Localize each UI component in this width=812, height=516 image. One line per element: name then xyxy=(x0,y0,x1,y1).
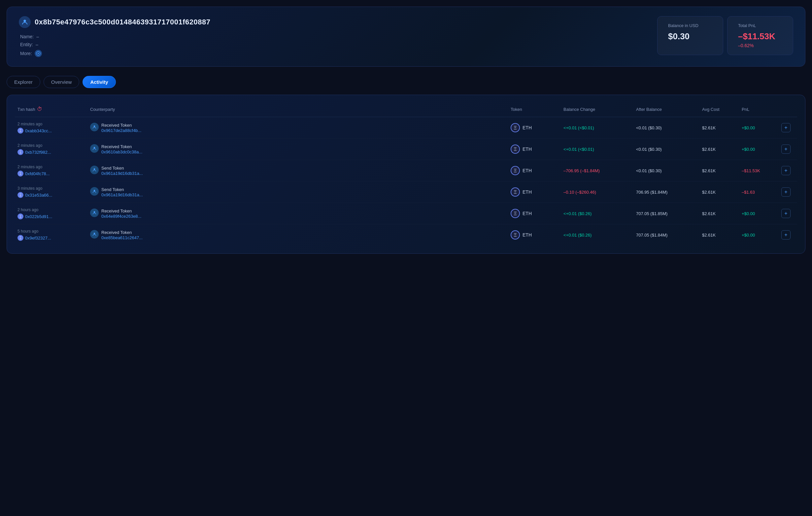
pnl-3: –$1.63 xyxy=(742,190,781,195)
avg-cost-3: $2.61K xyxy=(702,190,742,195)
txn-hash-link[interactable]: Ξ 0xabb343cc... xyxy=(18,128,90,133)
txn-time: 2 minutes ago xyxy=(18,143,90,148)
wallet-info: 0x8b75e47976c3c500d0148463931717001f6208… xyxy=(19,16,657,57)
tabs-row: Explorer Overview Activity xyxy=(7,76,805,88)
eth-icon-small: Ξ xyxy=(18,213,23,219)
expand-btn-5[interactable]: + xyxy=(781,230,790,240)
token-cell-3: Ξ ETH xyxy=(511,187,563,196)
token-cell-0: Ξ ETH xyxy=(511,123,563,132)
more-icon[interactable] xyxy=(35,50,42,57)
token-name: ETH xyxy=(523,125,532,130)
eth-token-icon: Ξ xyxy=(511,187,520,196)
svg-point-7 xyxy=(94,211,95,213)
wallet-entity-row: Entity: – xyxy=(20,42,657,47)
counterparty-link[interactable]: 0x961a19d16db31a... xyxy=(102,171,143,176)
token-name: ETH xyxy=(523,189,532,195)
cp-avatar xyxy=(90,165,99,174)
txn-hash-link[interactable]: Ξ 0x31e53a66... xyxy=(18,192,90,198)
balance-change-4: <+0.01 ($0.26) xyxy=(563,211,636,216)
counterparty-cell-1: Received Token 0x9610ab3dc0c38a... xyxy=(90,144,511,154)
after-balance-2: <0.01 ($0.30) xyxy=(636,168,702,173)
expand-btn-1[interactable]: + xyxy=(781,145,790,154)
txn-time: 2 hours ago xyxy=(18,208,90,212)
txn-hash-link[interactable]: Ξ 0xb732f982... xyxy=(18,149,90,155)
avg-cost-2: $2.61K xyxy=(702,168,742,173)
expand-cell-4: + xyxy=(781,209,794,218)
counterparty-cell-5: Received Token 0xe85bea611c2647... xyxy=(90,230,511,240)
counterparty-row: Received Token 0x9617de2a88cf4b... xyxy=(90,123,511,133)
txn-hash-link[interactable]: Ξ 0x9ef32327... xyxy=(18,235,90,241)
table-body: 2 minutes ago Ξ 0xabb343cc... Received T… xyxy=(15,117,797,245)
counterparty-row: Received Token 0x64e89f4ce263e8... xyxy=(90,209,511,219)
eth-token-icon: Ξ xyxy=(511,166,520,175)
txn-cell-3: 3 minutes ago Ξ 0x31e53a66... xyxy=(18,186,90,198)
tab-activity[interactable]: Activity xyxy=(83,76,116,88)
counterparty-row: Received Token 0xe85bea611c2647... xyxy=(90,230,511,240)
token-cell-2: Ξ ETH xyxy=(511,166,563,175)
txn-time: 2 minutes ago xyxy=(18,164,90,169)
sort-icon[interactable]: ⏱ xyxy=(37,106,42,112)
after-balance-3: 706.95 ($1.84M) xyxy=(636,190,702,195)
wallet-address-row: 0x8b75e47976c3c500d0148463931717001f6208… xyxy=(19,16,657,28)
txn-cell-2: 2 minutes ago Ξ 0xfd04fc78... xyxy=(18,164,90,177)
cp-avatar xyxy=(90,144,99,153)
eth-token-icon: Ξ xyxy=(511,209,520,218)
col-txn-hash: Txn hash ⏱ xyxy=(18,106,90,112)
cp-avatar xyxy=(90,123,99,131)
pnl-4: +$0.00 xyxy=(742,211,781,216)
wallet-address-text: 0x8b75e47976c3c500d0148463931717001f6208… xyxy=(35,18,210,26)
expand-btn-3[interactable]: + xyxy=(781,187,790,196)
wallet-more-row: More: xyxy=(20,50,657,57)
counterparty-link[interactable]: 0xe85bea611c2647... xyxy=(102,235,143,240)
pnl-percent: –0.62% xyxy=(738,43,782,48)
txn-hash-link[interactable]: Ξ 0xfd04fc78... xyxy=(18,171,90,177)
col-after-balance: After Balance xyxy=(636,106,702,112)
entity-label: Entity: xyxy=(20,42,33,47)
txn-cell-0: 2 minutes ago Ξ 0xabb343cc... xyxy=(18,122,90,133)
expand-btn-4[interactable]: + xyxy=(781,209,790,218)
txn-cell-5: 5 hours ago Ξ 0x9ef32327... xyxy=(18,229,90,241)
txn-time: 5 hours ago xyxy=(18,229,90,234)
expand-btn-2[interactable]: + xyxy=(781,166,790,175)
pnl-2: –$11.53K xyxy=(742,168,781,173)
counterparty-link[interactable]: 0x961a19d16db31a... xyxy=(102,192,143,197)
avg-cost-5: $2.61K xyxy=(702,233,742,238)
after-balance-4: 707.05 ($1.85M) xyxy=(636,211,702,216)
after-balance-0: <0.01 ($0.30) xyxy=(636,125,702,130)
counterparty-type: Received Token xyxy=(102,123,141,128)
eth-icon-small: Ξ xyxy=(18,171,23,177)
token-name: ETH xyxy=(523,147,532,152)
avg-cost-0: $2.61K xyxy=(702,125,742,130)
wallet-meta: Name: – Entity: – More: xyxy=(19,34,657,57)
cp-avatar xyxy=(90,187,99,195)
col-token: Token xyxy=(511,106,563,112)
tab-overview[interactable]: Overview xyxy=(44,76,80,88)
expand-cell-3: + xyxy=(781,187,794,196)
counterparty-type: Received Token xyxy=(102,144,142,149)
token-cell-1: Ξ ETH xyxy=(511,145,563,154)
name-value: – xyxy=(36,34,39,39)
balance-change-1: <+0.01 (<$0.01) xyxy=(563,147,636,152)
svg-point-3 xyxy=(94,125,95,127)
counterparty-link[interactable]: 0x9610ab3dc0c38a... xyxy=(102,149,142,154)
expand-btn-0[interactable]: + xyxy=(781,123,790,132)
token-cell-5: Ξ ETH xyxy=(511,230,563,240)
after-balance-5: 707.05 ($1.84M) xyxy=(636,233,702,238)
pnl-block: Total PnL –$11.53K –0.62% xyxy=(727,16,793,55)
col-avg-cost: Avg Cost xyxy=(702,106,742,112)
counterparty-link[interactable]: 0x64e89f4ce263e8... xyxy=(102,214,141,219)
balance-value: $0.30 xyxy=(668,31,712,41)
svg-point-8 xyxy=(94,233,95,234)
svg-point-2 xyxy=(38,53,39,54)
balance-change-2: –706.95 (–$1.84M) xyxy=(563,168,636,173)
txn-hash-link[interactable]: Ξ 0x022b5d91... xyxy=(18,213,90,219)
svg-point-6 xyxy=(94,190,95,191)
eth-token-icon: Ξ xyxy=(511,123,520,132)
col-balance-change: Balance Change xyxy=(563,106,636,112)
counterparty-cell-3: Send Token 0x961a19d16db31a... xyxy=(90,187,511,197)
txn-time: 2 minutes ago xyxy=(18,122,90,126)
balance-change-5: <+0.01 ($0.26) xyxy=(563,233,636,238)
tab-explorer[interactable]: Explorer xyxy=(7,76,40,88)
counterparty-link[interactable]: 0x9617de2a88cf4b... xyxy=(102,128,141,133)
svg-point-5 xyxy=(94,168,95,170)
